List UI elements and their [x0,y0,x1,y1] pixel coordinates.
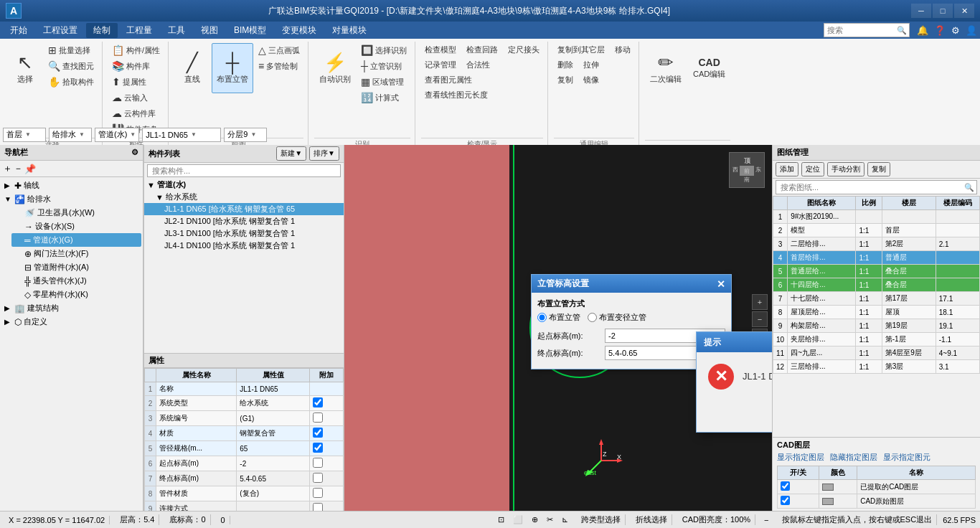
stretch-button[interactable]: 拉伸 [580,58,603,72]
legality-button[interactable]: 合法性 [463,58,494,72]
draw-row-12[interactable]: 12 三层给排... 1:1 第3层 3.1 [773,360,980,374]
layer-on-1[interactable] [778,480,819,494]
select-identify-button[interactable]: 🔲 选择识别 [357,43,410,57]
show-layer-button[interactable]: 显示指定图层 [777,452,824,463]
sidebar-item-building[interactable]: ▶ 🏢 建筑结构 [1,301,141,315]
zoom-out-btn[interactable]: − [752,311,768,327]
show-elem-button[interactable]: 显示指定图元 [883,452,930,463]
canvas-area[interactable]: Z X east 顶 西 前 东 南 + − ⬜ ↻ 立管标高设置 [344,145,772,511]
sidebar-item-drainage[interactable]: ▼ 🚰 给排水 [1,192,141,206]
draw-row-9[interactable]: 9 构架层给... 1:1 第19层 19.1 [773,319,980,333]
draw-row-6[interactable]: 6 十四层给... 1:1 叠合层 [773,278,980,292]
sidebar-item-pipe-attach[interactable]: ⊟ 管道附件(水)(A) [11,260,141,274]
sidebar-pin-icon[interactable]: 📌 [24,164,36,174]
comp-tree-supply[interactable]: ▼ 给水系统 [144,191,344,203]
layer-on-2[interactable] [778,494,819,509]
comp-tree-jl3-1[interactable]: JL3-1 DN100 [给水系统 钢塑复合管 1 [144,227,344,240]
layer-selector[interactable]: 分层9 [224,128,267,142]
draw-row-10[interactable]: 10 夹层给排... 1:1 第-1层 -1.1 [773,333,980,346]
add-drawing-button[interactable]: 添加 [776,162,798,176]
radio-place-riser[interactable]: 布置立管 [537,312,580,323]
multi-draw-button[interactable]: ≡ 多管绘制 [255,59,303,73]
view-line-len-button[interactable]: 查看线性图元长度 [421,88,491,102]
cad-edit-button[interactable]: CAD CAD编辑 [688,43,730,93]
sidebar-item-valve[interactable]: ⊕ 阀门法兰(水)(F) [11,247,141,260]
fixed-head-button[interactable]: 定尺接头 [504,43,543,57]
place-riser-button[interactable]: ┼ 布置立管 [212,43,253,93]
sidebar-item-end-pipe[interactable]: ╬ 通头管件(水)(J) [11,274,141,288]
copy-button[interactable]: 复制 [554,73,577,87]
move-button[interactable]: 移动 [611,43,634,57]
straight-line-button[interactable]: ╱ 直线 [174,43,210,93]
sidebar-item-pipe[interactable]: ═ 管道(水)(G) [11,233,141,247]
find-element-button[interactable]: 🔍 查找图元 [44,59,98,73]
riser-identify-button[interactable]: ┼ 立管识别 [357,59,410,73]
secondary-edit-button[interactable]: ✏ 二次编辑 [645,43,687,93]
comp-props-button[interactable]: 📋 构件/属性 [108,43,164,57]
comp-tree-jl4-1[interactable]: JL4-1 DN100 [给水系统 钢塑复合管 1 [144,240,344,252]
sort-button[interactable]: 排序▼ [309,146,339,161]
record-manage-button[interactable]: 记录管理 [421,58,460,72]
component-search-input[interactable] [147,164,341,177]
prop-value-6[interactable]: -2 [237,456,309,471]
lift-prop-button[interactable]: ⬆ 提属性 [108,75,164,89]
prop-value-7[interactable]: 5.4-0.65 [237,471,309,486]
prop-value-3[interactable]: (G1) [237,411,309,426]
comp-tree-jl1-1[interactable]: JL1-1 DN65 [给水系统 钢塑复合管 65 [144,203,344,215]
draw-row-3[interactable]: 3 二层给排... 1:1 第2层 2.1 [773,237,980,251]
new-component-button[interactable]: 新建▼ [276,146,306,161]
draw-row-8[interactable]: 8 屋顶层给... 1:1 屋顶 18.1 [773,306,980,319]
pipe-type-selector[interactable]: 管道(水) [95,128,139,142]
system-selector[interactable]: 给排水 [49,128,92,142]
menu-view[interactable]: 视图 [194,23,225,38]
draw-row-1[interactable]: 1 9#水图20190... [773,210,980,224]
menu-tools[interactable]: 工具 [161,23,192,38]
sidebar-settings-icon[interactable]: ⚙ [131,148,138,157]
calc-button[interactable]: 🔢 计算式 [357,90,410,105]
sidebar-item-axis[interactable]: ▶ ✚ 轴线 [1,179,141,192]
draw-row-11[interactable]: 11 四~九层... 1:1 第4层至9层 4~9.1 [773,346,980,360]
arc-button[interactable]: △ 三点画弧 [255,43,303,57]
prop-value-2[interactable]: 给水系统 [237,396,309,411]
hide-layer-button[interactable]: 隐藏指定图层 [830,452,877,463]
close-button[interactable]: ✕ [954,4,974,18]
nav-cube[interactable]: 顶 西 前 东 南 [729,152,765,188]
comp-lib-button[interactable]: 📚 构件库 [108,59,164,73]
cloud-input-button[interactable]: ☁ 云输入 [108,90,164,105]
menu-project-settings[interactable]: 工程设置 [36,23,85,38]
menu-start[interactable]: 开始 [3,23,34,38]
draw-row-4[interactable]: 4 首层给排... 1:1 普通层 [773,251,980,265]
sidebar-expand-icon[interactable]: ＋ [3,162,12,175]
prop-value-5[interactable]: 65 [237,441,309,456]
maximize-button[interactable]: □ [933,4,953,18]
sidebar-item-sanitary[interactable]: 🚿 卫生器具(水)(W) [11,206,141,220]
batch-select-button[interactable]: ⊞ 批量选择 [44,43,98,57]
floor-selector[interactable]: 首层 [3,128,46,142]
view-elem-props-button[interactable]: 查看图元属性 [421,73,476,87]
sidebar-collapse-icon[interactable]: － [14,162,23,175]
copy-to-layer-button[interactable]: 复制到其它层 [554,43,608,57]
prop-value-4[interactable]: 钢塑复合管 [237,426,309,441]
select-button[interactable]: ↖ 选择 [7,43,43,93]
locate-drawing-button[interactable]: 定位 [801,162,824,176]
draw-row-5[interactable]: 5 普通层给... 1:1 叠合层 [773,265,980,278]
prop-value-8[interactable]: (复合) [237,486,309,501]
radio-place-variable-riser[interactable]: 布置变径立管 [588,312,646,323]
menu-draw[interactable]: 绘制 [86,23,118,38]
draw-row-7[interactable]: 7 十七层给... 1:1 第17层 17.1 [773,292,980,306]
mirror-button[interactable]: 镜像 [580,73,603,87]
menu-quantities[interactable]: 工程量 [119,23,159,38]
minimize-button[interactable]: ─ [911,4,931,18]
brightness-decrease-icon[interactable]: − [764,516,768,524]
sidebar-item-custom[interactable]: ▶ ⬡ 自定义 [1,315,141,329]
sidebar-item-equipment[interactable]: → 设备(水)(S) [11,220,141,233]
menu-bim[interactable]: BIM模型 [227,23,273,38]
comp-tree-pipe-water[interactable]: ▼ 管道(水) [144,179,344,191]
fold-select-btn[interactable]: 折线选择 [631,514,672,525]
cross-select-btn[interactable]: 跨类型选择 [577,514,626,525]
copy-drawing-button[interactable]: 复制 [867,162,890,176]
cloud-lib-button[interactable]: ☁ 云构件库 [108,106,164,121]
menu-change[interactable]: 变更模块 [275,23,324,38]
sidebar-item-misc[interactable]: ◇ 零星构件(水)(K) [11,288,141,301]
zone-manage-button[interactable]: ▦ 区域管理 [357,75,410,89]
